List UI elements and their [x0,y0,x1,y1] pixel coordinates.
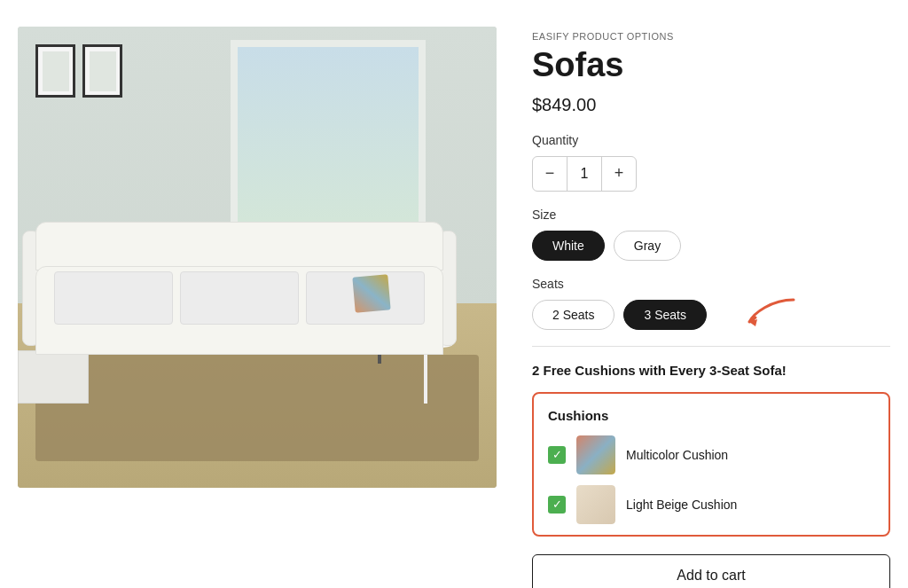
cushion-item-beige: ✓ Light Beige Cushion [548,485,874,524]
seats-section: Seats 2 Seats 3 Seats [532,277,890,330]
cushion-name-beige: Light Beige Cushion [626,498,737,512]
quantity-label: Quantity [532,133,890,147]
cushions-title: Cushions [548,408,874,423]
cushion-name-multicolor: Multicolor Cushion [626,448,728,462]
cushion-image-multicolor [576,435,615,474]
seats-options: 2 Seats 3 Seats [532,300,707,330]
product-title: Sofas [532,47,890,84]
size-gray-button[interactable]: Gray [614,231,681,261]
size-section: Size White Gray [532,208,890,261]
size-label: Size [532,208,890,222]
add-to-cart-button[interactable]: Add to cart [532,554,890,588]
brand-label: EASIFY PRODUCT OPTIONS [532,31,890,42]
size-options: White Gray [532,231,890,261]
cushion-thumbnail-multicolor [576,435,615,474]
seats-2-button[interactable]: 2 Seats [532,300,614,330]
product-image [18,27,497,488]
quantity-increase-button[interactable]: + [602,157,636,191]
product-price: $849.00 [532,95,890,115]
size-white-button[interactable]: White [532,231,605,261]
cushion-checkbox-beige[interactable]: ✓ [548,496,566,514]
section-divider [532,346,890,347]
cushion-thumbnail-beige [576,485,615,524]
cushions-box: Cushions ✓ Multicolor Cushion ✓ [532,392,890,537]
seats-options-row: 2 Seats 3 Seats [532,300,890,330]
promo-text: 2 Free Cushions with Every 3-Seat Sofa! [532,363,890,378]
cushion-item-multicolor: ✓ Multicolor Cushion [548,435,874,474]
room-scene [18,27,497,488]
cushion-checkbox-multicolor[interactable]: ✓ [548,446,566,464]
seats-label: Seats [532,277,890,291]
seats-3-button[interactable]: 3 Seats [623,300,706,330]
arrow-indicator [745,295,798,331]
page-container: EASIFY PRODUCT OPTIONS Sofas $849.00 Qua… [18,18,890,588]
checkmark-multicolor: ✓ [552,448,562,461]
checkmark-beige: ✓ [552,498,562,511]
quantity-control: − 1 + [532,156,637,192]
cushion-image-beige [576,485,615,524]
product-image-section [18,27,497,588]
product-info-section: EASIFY PRODUCT OPTIONS Sofas $849.00 Qua… [532,27,890,588]
quantity-value: 1 [567,157,602,191]
quantity-section: Quantity − 1 + [532,133,890,192]
quantity-decrease-button[interactable]: − [533,157,567,191]
